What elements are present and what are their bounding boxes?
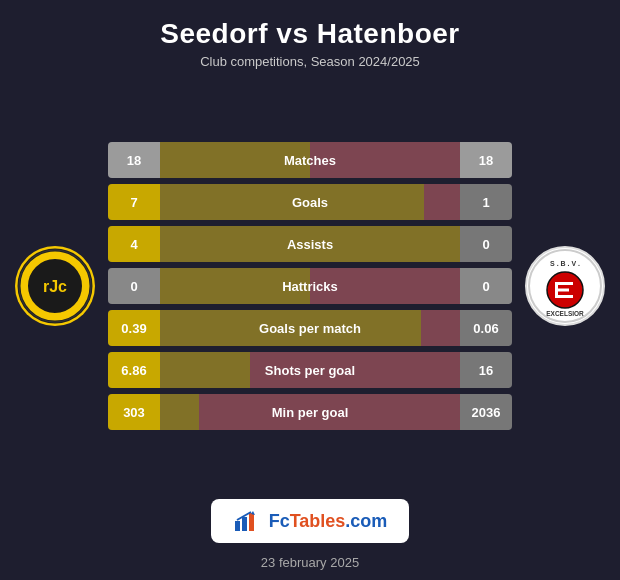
svg-rect-13 <box>242 517 247 531</box>
rjc-logo-circle: rJc <box>15 246 95 326</box>
stat-row-gpm: 0.39Goals per match0.06 <box>108 310 512 346</box>
stat-goals-label: Goals <box>292 195 328 210</box>
stat-row-mpg: 303Min per goal2036 <box>108 394 512 430</box>
stat-mpg-right-value: 2036 <box>460 394 512 430</box>
page-background: Seedorf vs Hatenboer Club competitions, … <box>0 0 620 580</box>
stat-assists-left-value: 4 <box>108 226 160 262</box>
stat-row-goals: 7Goals1 <box>108 184 512 220</box>
stat-hattricks-label: Hattricks <box>282 279 338 294</box>
stat-gpm-left-value: 0.39 <box>108 310 160 346</box>
stat-goals-left-value: 7 <box>108 184 160 220</box>
stat-assists-right-value: 0 <box>460 226 512 262</box>
excelsior-logo-circle: S . B . V . EXCELSIOR <box>525 246 605 326</box>
stat-row-matches: 18Matches18 <box>108 142 512 178</box>
fctables-banner: FcTables.com <box>211 499 410 543</box>
fctables-icon <box>233 507 261 535</box>
stat-matches-label: Matches <box>284 153 336 168</box>
main-content: rJc 18Matches187Goals14Assists00Hattrick… <box>0 75 620 487</box>
stat-mpg-label: Min per goal <box>272 405 349 420</box>
stat-matches-bar: Matches <box>160 142 460 178</box>
stat-goals-bar: Goals <box>160 184 460 220</box>
footer-date: 23 february 2025 <box>261 549 359 580</box>
svg-text:S . B . V .: S . B . V . <box>550 260 580 267</box>
svg-text:EXCELSIOR: EXCELSIOR <box>546 310 584 317</box>
svg-rect-10 <box>555 282 558 298</box>
stat-spg-bar: Shots per goal <box>160 352 460 388</box>
page-subtitle: Club competitions, Season 2024/2025 <box>160 54 459 69</box>
stat-hattricks-left-value: 0 <box>108 268 160 304</box>
stat-hattricks-bar: Hattricks <box>160 268 460 304</box>
rjc-logo-svg: rJc <box>17 248 93 324</box>
page-title: Seedorf vs Hatenboer <box>160 18 459 50</box>
stat-row-spg: 6.86Shots per goal16 <box>108 352 512 388</box>
left-team-logo: rJc <box>10 246 100 326</box>
stat-row-assists: 4Assists0 <box>108 226 512 262</box>
fctables-label: FcTables.com <box>269 511 388 532</box>
svg-rect-14 <box>249 513 254 531</box>
stat-row-hattricks: 0Hattricks0 <box>108 268 512 304</box>
stat-hattricks-right-value: 0 <box>460 268 512 304</box>
svg-text:rJc: rJc <box>43 278 67 295</box>
excelsior-logo-svg: S . B . V . EXCELSIOR <box>527 248 603 324</box>
svg-rect-12 <box>235 521 240 531</box>
stat-spg-label: Shots per goal <box>265 363 355 378</box>
stat-assists-label: Assists <box>287 237 333 252</box>
stat-mpg-bar: Min per goal <box>160 394 460 430</box>
stat-spg-right-value: 16 <box>460 352 512 388</box>
stat-gpm-right-value: 0.06 <box>460 310 512 346</box>
stats-area: 18Matches187Goals14Assists00Hattricks00.… <box>100 142 520 430</box>
stat-matches-right-value: 18 <box>460 142 512 178</box>
right-team-logo: S . B . V . EXCELSIOR <box>520 246 610 326</box>
stat-assists-bar: Assists <box>160 226 460 262</box>
stat-gpm-bar: Goals per match <box>160 310 460 346</box>
header: Seedorf vs Hatenboer Club competitions, … <box>150 0 469 75</box>
stat-mpg-left-value: 303 <box>108 394 160 430</box>
stat-spg-left-value: 6.86 <box>108 352 160 388</box>
stat-goals-right-value: 1 <box>460 184 512 220</box>
stat-gpm-label: Goals per match <box>259 321 361 336</box>
stat-matches-left-value: 18 <box>108 142 160 178</box>
